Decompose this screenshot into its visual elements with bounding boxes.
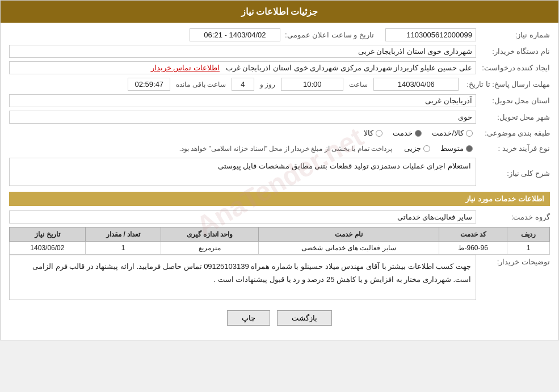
- tender-number-value: 1103005612000099: [385, 28, 476, 41]
- category-option-khadamat: خدمت: [393, 129, 422, 137]
- category-label: طبقه بندی موضوعی:: [476, 129, 550, 137]
- deadline-time-label: ساعت: [347, 81, 370, 88]
- creator-row: ایجاد کننده درخواست: علی حسین علیلو کارب…: [9, 61, 550, 74]
- buyer-org-value: شهرداری خوی استان اذربایجان غربی: [9, 45, 476, 58]
- city-value: خوی: [9, 111, 476, 124]
- city-label: شهر محل تحویل:: [476, 113, 550, 121]
- col-header-unit: واحد اندازه گیری: [161, 227, 258, 242]
- services-table: ردیف کد خدمت نام خدمت واحد اندازه گیری ت…: [9, 227, 550, 255]
- province-value: آذربایجان غربی: [9, 94, 476, 107]
- description-row: شرح کلی نیاز: استعلام اجرای عملیات دستمز…: [9, 158, 550, 186]
- process-row: نوع فرآیند خرید : متوسط جزیی پرداخت تمام…: [9, 142, 550, 154]
- col-header-qty: تعداد / مقدار: [85, 227, 161, 242]
- buyer-org-row: نام دستگاه خریدار: شهرداری خوی استان اذر…: [9, 45, 550, 58]
- buyer-org-label: نام دستگاه خریدار:: [476, 47, 550, 56]
- col-header-date: تاریخ نیاز: [10, 227, 86, 242]
- process-label: نوع فرآیند خرید :: [476, 144, 550, 153]
- table-cell-2: سایر فعالیت های خدماتی شخصی: [258, 242, 439, 255]
- buyer-notes-row: توضیحات خریدار: جهت کسب اطلاعات بیشتر با…: [9, 255, 550, 300]
- creator-value: علی حسین علیلو کاربرداز شهرداری مرکزی شه…: [9, 61, 476, 74]
- province-label: استان محل تحویل:: [476, 96, 550, 105]
- deadline-days: 4: [232, 78, 254, 91]
- province-row: استان محل تحویل: آذربایجان غربی: [9, 94, 550, 107]
- tender-number-row: شماره نیاز: 1103005612000099 تاریخ و ساع…: [9, 28, 550, 41]
- table-row: 1960-96-طسایر فعالیت های خدماتی شخصیمترم…: [10, 242, 550, 255]
- service-group-value: سایر فعالیت‌های خدماتی: [9, 210, 476, 224]
- process-note: پرداخت تمام یا بخشی از مبلغ خریدار از مح…: [179, 145, 401, 153]
- table-cell-0: 1: [507, 242, 550, 255]
- creator-label: ایجاد کننده درخواست:: [476, 64, 550, 72]
- deadline-label: مهلت ارسال پاسخ: تا تاریخ:: [462, 80, 550, 88]
- col-header-code: کد خدمت: [439, 227, 507, 242]
- deadline-remaining-label: ساعت باقی مانده: [174, 81, 228, 88]
- table-cell-4: 1: [85, 242, 161, 255]
- category-option-kala: کالا: [364, 129, 383, 137]
- tender-number-label: شماره نیاز:: [476, 31, 550, 39]
- radio-jozii: [423, 145, 430, 152]
- category-option-kala-khadamat: کالا/خدمت: [432, 129, 473, 137]
- deadline-row: مهلت ارسال پاسخ: تا تاریخ: 1403/04/06 سا…: [9, 78, 550, 91]
- creator-name: علی حسین علیلو کاربرداز شهرداری مرکزی شه…: [226, 64, 472, 72]
- deadline-remaining: 02:59:47: [128, 78, 170, 91]
- table-header-row: ردیف کد خدمت نام خدمت واحد اندازه گیری ت…: [10, 227, 550, 242]
- button-row: بازگشت چاپ: [9, 304, 550, 334]
- announcement-date-label: تاریخ و ساعت اعلان عمومی:: [280, 31, 374, 39]
- category-options: کالا/خدمت خدمت کالا: [360, 127, 476, 139]
- city-row: شهر محل تحویل: خوی: [9, 111, 550, 124]
- process-jozii-label: جزیی: [404, 144, 421, 153]
- process-mutavasset-label: متوسط: [440, 144, 464, 153]
- process-option-mutavasset: متوسط: [440, 144, 473, 153]
- description-label: شرح کلی نیاز:: [476, 166, 550, 178]
- back-button[interactable]: بازگشت: [277, 310, 332, 326]
- col-header-name: نام خدمت: [258, 227, 439, 242]
- page-header: جزئیات اطلاعات نیاز: [1, 1, 558, 23]
- radio-kala: [376, 130, 383, 137]
- announcement-date-value: 1403/04/02 - 06:21: [190, 28, 280, 41]
- services-section-title: اطلاعات خدمات مورد نیاز: [9, 192, 550, 206]
- table-cell-3: مترمربع: [161, 242, 258, 255]
- page-title: جزئیات اطلاعات نیاز: [241, 7, 318, 16]
- col-header-row: ردیف: [507, 227, 550, 242]
- print-button[interactable]: چاپ: [227, 310, 270, 326]
- category-row: طبقه بندی موضوعی: کالا/خدمت خدمت کالا: [9, 127, 550, 139]
- deadline-day-label: روز و: [258, 81, 278, 88]
- category-khadamat-label: خدمت: [393, 129, 413, 137]
- category-kala-label: کالا: [364, 129, 373, 137]
- buyer-notes-value: جهت کسب اطلاعات بیشتر با آقای مهندس میلا…: [9, 255, 476, 300]
- radio-khadamat: [415, 130, 422, 137]
- radio-kala-khadamat: [466, 130, 473, 137]
- buyer-notes-label: توضیحات خریدار:: [476, 255, 550, 266]
- deadline-date: 1403/04/06: [373, 78, 459, 91]
- process-option-jozii: جزیی: [404, 144, 430, 153]
- table-cell-5: 1403/06/02: [10, 242, 86, 255]
- category-kala-khadamat-label: کالا/خدمت: [432, 129, 464, 137]
- description-value: استعلام اجرای عملیات دستمزدی تولید قطعات…: [9, 158, 476, 186]
- radio-mutavasset: [466, 145, 473, 152]
- deadline-time: 10:00: [281, 78, 343, 91]
- service-group-row: گروه خدمت: سایر فعالیت‌های خدماتی: [9, 210, 550, 224]
- process-options: متوسط جزیی: [401, 142, 476, 154]
- creator-contact-link[interactable]: اطلاعات تماس خریدار: [151, 64, 220, 72]
- table-cell-1: 960-96-ط: [439, 242, 507, 255]
- services-table-section: ردیف کد خدمت نام خدمت واحد اندازه گیری ت…: [9, 227, 550, 255]
- service-group-label: گروه خدمت:: [476, 213, 550, 221]
